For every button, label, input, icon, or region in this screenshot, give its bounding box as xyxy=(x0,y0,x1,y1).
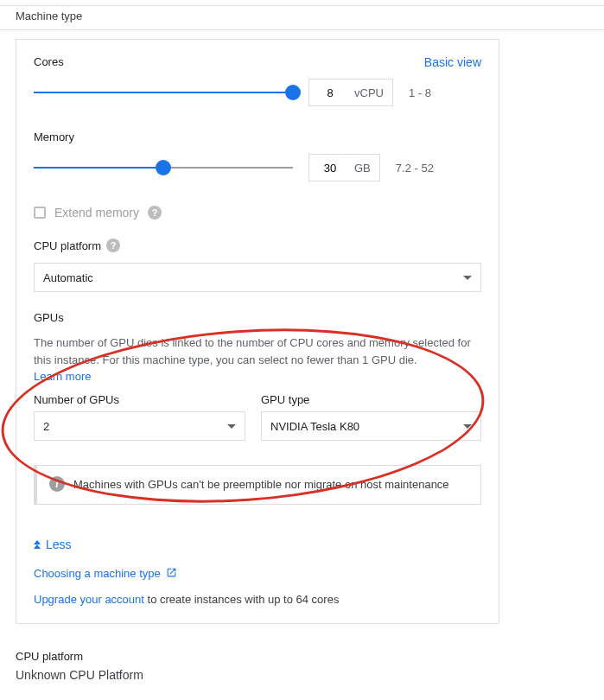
learn-more-link[interactable]: Learn more xyxy=(34,370,91,383)
num-gpus-select[interactable]: 2 xyxy=(34,411,245,441)
upgrade-row: Upgrade your account to create instances… xyxy=(34,593,481,606)
help-icon[interactable]: ? xyxy=(106,239,120,252)
upgrade-suffix: to create instances with up to 64 cores xyxy=(144,593,339,606)
cores-unit: vCPU xyxy=(351,86,392,99)
memory-slider-thumb[interactable] xyxy=(156,160,171,175)
cores-label: Cores xyxy=(34,55,481,68)
gpu-type-value: NVIDIA Tesla K80 xyxy=(270,420,359,433)
help-icon[interactable]: ? xyxy=(148,206,162,220)
external-link-icon xyxy=(166,567,177,581)
choosing-machine-type-link[interactable]: Choosing a machine type xyxy=(34,567,161,580)
extend-memory-label: Extend memory xyxy=(54,206,139,220)
gpu-info-text: Machines with GPUs can't be preemptible … xyxy=(73,476,449,493)
memory-unit: GB xyxy=(351,162,379,175)
memory-slider[interactable] xyxy=(34,159,293,176)
gpus-label: GPUs xyxy=(34,311,481,324)
chevron-up-icon xyxy=(34,540,41,549)
gpu-type-select[interactable]: NVIDIA Tesla K80 xyxy=(261,411,481,441)
cpu-platform-label: CPU platform ? xyxy=(34,239,481,252)
bottom-cpu-platform-label: CPU platform xyxy=(16,650,468,663)
basic-view-link[interactable]: Basic view xyxy=(424,55,481,69)
num-gpus-value: 2 xyxy=(43,420,49,433)
caret-down-icon xyxy=(227,424,236,429)
info-icon: i xyxy=(49,476,65,492)
gpus-description: The number of GPU dies is linked to the … xyxy=(34,334,481,368)
cores-input[interactable] xyxy=(309,81,351,105)
upgrade-account-link[interactable]: Upgrade your account xyxy=(34,593,144,606)
memory-label: Memory xyxy=(34,130,481,143)
memory-value-box: GB xyxy=(308,154,380,181)
cores-slider[interactable] xyxy=(34,84,293,101)
less-label: Less xyxy=(46,538,72,551)
bottom-cpu-platform-value: Unknown CPU Platform xyxy=(16,668,468,682)
gpu-type-label: GPU type xyxy=(261,393,481,406)
cores-value-box: vCPU xyxy=(308,79,393,106)
machine-type-card: Basic view Cores vCPU 1 - 8 Memory GB 7.… xyxy=(16,39,499,624)
caret-down-icon xyxy=(463,276,472,280)
memory-input[interactable] xyxy=(309,156,351,180)
caret-down-icon xyxy=(463,424,472,429)
extend-memory-checkbox[interactable] xyxy=(34,207,46,219)
section-title-machine-type: Machine type xyxy=(0,5,604,30)
gpu-info-box: i Machines with GPUs can't be preemptibl… xyxy=(34,465,481,505)
memory-range: 7.2 - 52 xyxy=(396,162,434,175)
cores-slider-thumb[interactable] xyxy=(285,85,301,100)
cpu-platform-select[interactable]: Automatic xyxy=(34,263,481,292)
cores-range: 1 - 8 xyxy=(409,86,431,99)
num-gpus-label: Number of GPUs xyxy=(34,393,245,406)
cpu-platform-value: Automatic xyxy=(43,271,93,284)
less-toggle[interactable]: Less xyxy=(34,538,481,551)
